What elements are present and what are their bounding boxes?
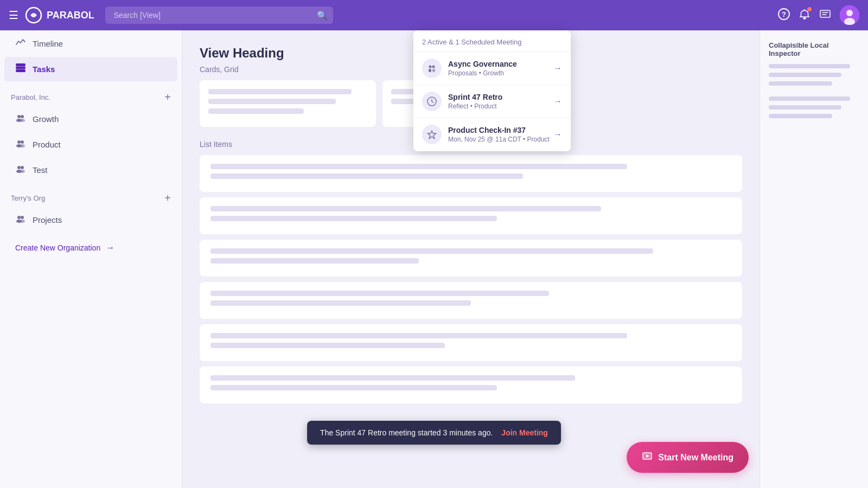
projects-team-icon (15, 213, 26, 227)
create-org-link[interactable]: Create New Organization → (4, 236, 177, 259)
inspector-section-2 (769, 97, 859, 118)
product-checkin-sub: Mon, Nov 25 @ 11a CDT • Product (448, 136, 553, 143)
svg-rect-29 (432, 69, 435, 72)
sidebar-item-test[interactable]: Test (4, 158, 177, 182)
sidebar-item-projects-label: Projects (33, 215, 62, 224)
sprint-retro-title: Sprint 47 Retro (448, 93, 553, 101)
svg-point-22 (17, 216, 21, 219)
product-team-icon (15, 138, 26, 151)
list-item (200, 324, 742, 361)
growth-team-icon (15, 112, 26, 126)
list-line (210, 375, 575, 381)
list-line (210, 174, 523, 179)
user-avatar[interactable] (840, 5, 859, 25)
svg-point-5 (846, 10, 853, 16)
list-line (210, 291, 549, 296)
list-item (200, 282, 742, 319)
svg-point-27 (432, 66, 435, 68)
tasks-icon (15, 62, 26, 76)
async-gov-title: Async Governance (448, 60, 553, 68)
svg-marker-31 (427, 131, 436, 139)
messages-icon[interactable] (819, 8, 831, 23)
svg-point-18 (17, 166, 21, 169)
search-input[interactable] (105, 7, 333, 24)
meeting-item-product-checkin[interactable]: Product Check-In #37 Mon, Nov 25 @ 11a C… (413, 118, 571, 151)
org1-add-button[interactable]: + (164, 91, 171, 104)
start-new-meeting-button[interactable]: Start New Meeting (627, 442, 749, 473)
create-org-label: Create New Organization (15, 243, 100, 252)
card-item (200, 80, 376, 127)
product-checkin-title: Product Check-In #37 (448, 126, 553, 134)
inspector-line (769, 81, 832, 86)
list-item (200, 197, 742, 234)
list-line (210, 385, 497, 390)
inspector-section-1 (769, 64, 859, 86)
card-line (208, 108, 304, 114)
right-panel: Collapisible Local Inspector (760, 30, 868, 488)
svg-point-26 (429, 66, 432, 68)
inspector-line (769, 64, 850, 68)
org2-add-button[interactable]: + (164, 192, 171, 204)
start-meeting-label: Start New Meeting (658, 453, 733, 463)
sprint-retro-icon (422, 92, 442, 111)
svg-point-23 (21, 216, 24, 219)
svg-point-25 (20, 220, 25, 223)
list-item (200, 240, 742, 277)
svg-rect-8 (16, 67, 25, 69)
notifications-icon[interactable] (799, 8, 810, 23)
search-icon: 🔍 (317, 10, 328, 21)
meeting-item-async-gov[interactable]: Async Governance Proposals • Growth → (413, 52, 571, 85)
svg-point-11 (21, 115, 24, 118)
product-checkin-info: Product Check-In #37 Mon, Nov 25 @ 11a C… (448, 126, 553, 143)
svg-point-14 (17, 140, 21, 144)
org2-label: Terry's Org (11, 194, 45, 202)
help-icon[interactable]: ? (778, 8, 790, 23)
toast-join-button[interactable]: Join Meeting (501, 428, 548, 437)
hamburger-menu-icon[interactable]: ☰ (9, 9, 18, 22)
inspector-line (769, 105, 841, 110)
meeting-item-sprint-retro[interactable]: Sprint 47 Retro Reflect • Product → (413, 85, 571, 118)
async-gov-sub: Proposals • Growth (448, 69, 553, 77)
list-line (210, 216, 497, 221)
sidebar-item-tasks-label: Tasks (33, 65, 55, 74)
sidebar-item-projects[interactable]: Projects (4, 208, 177, 232)
sprint-retro-arrow-icon: → (553, 97, 562, 106)
list-line (210, 333, 627, 338)
app-name-text: PARABOL (47, 10, 94, 21)
sidebar-item-timeline[interactable]: Timeline (4, 31, 177, 56)
card-line (208, 99, 336, 104)
org2-section: Terry's Org + (0, 183, 182, 207)
sidebar-item-product[interactable]: Product (4, 132, 177, 157)
test-team-icon (15, 163, 26, 177)
async-gov-arrow-icon: → (553, 63, 562, 73)
list-item (200, 367, 742, 403)
sidebar-item-growth[interactable]: Growth (4, 107, 177, 131)
async-gov-info: Async Governance Proposals • Growth (448, 60, 553, 77)
meetings-dropdown-header: 2 Active & 1 Scheduled Meeting (413, 30, 571, 52)
list-line (210, 300, 471, 306)
sidebar-item-product-label: Product (33, 140, 61, 149)
svg-point-15 (21, 140, 24, 144)
list-item (200, 155, 742, 192)
svg-rect-3 (820, 10, 830, 17)
app-logo[interactable]: PARABOL (25, 7, 94, 24)
svg-point-13 (20, 119, 25, 122)
sidebar-item-tasks[interactable]: Tasks (4, 57, 177, 81)
svg-point-17 (20, 144, 25, 147)
sprint-retro-sub: Reflect • Product (448, 102, 553, 110)
sidebar-item-timeline-label: Timeline (33, 39, 63, 48)
meetings-dropdown: 2 Active & 1 Scheduled Meeting Async Gov… (413, 30, 571, 151)
nav-actions: ? (778, 5, 859, 25)
parabol-logo-icon (25, 7, 42, 24)
org1-section: Parabol, Inc. + (0, 82, 182, 106)
card-line (208, 89, 352, 94)
toast-notification: The Sprint 47 Retro meeting started 3 mi… (307, 421, 561, 445)
svg-point-10 (17, 115, 21, 118)
product-checkin-arrow-icon: → (553, 130, 562, 139)
svg-point-19 (21, 166, 24, 169)
svg-rect-9 (16, 70, 25, 72)
sidebar-item-growth-label: Growth (33, 114, 59, 124)
svg-rect-7 (16, 64, 25, 66)
card-item (566, 80, 742, 127)
start-meeting-icon (642, 451, 653, 464)
